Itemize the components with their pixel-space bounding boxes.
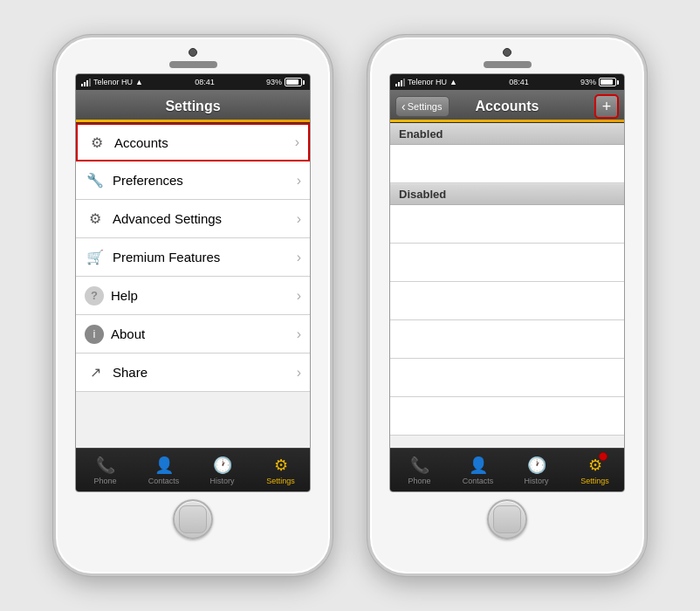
tab-settings-1[interactable]: ⚙ Settings [251,449,310,491]
menu-item-help[interactable]: ? Help › [76,277,310,315]
back-button-2[interactable]: Settings [395,96,450,117]
premium-chevron: › [297,250,301,265]
home-inner-1 [179,505,207,533]
status-right-1: 93% [266,78,305,86]
disabled-item-3 [390,282,624,320]
content-1: ⚙ Accounts › 🔧 Preferences › ⚙ Advanced … [76,123,310,448]
accounts-chevron: › [295,134,299,150]
tab-bar-1: 📞 Phone 👤 Contacts 🕐 History ⚙ Settings [76,448,310,491]
tab-bar-2: 📞 Phone 👤 Contacts 🕐 History ⚙ Settings [390,448,624,491]
disabled-item-5 [390,359,624,397]
contacts-tab-label-1: Contacts [148,477,180,485]
disabled-item-6 [390,397,624,436]
settings-tab-icon-1: ⚙ [274,456,288,475]
history-tab-icon-2: 🕐 [527,456,546,475]
menu-item-about[interactable]: i About › [76,315,310,354]
signal-bars-1 [81,79,91,86]
menu-item-share[interactable]: ↗ Share › [76,354,310,392]
history-tab-label-2: History [524,477,548,485]
phone-1: Telenor HU ▲ 08:41 93% Settings ⚙ A [53,35,333,576]
nav-title-2: Accounts [476,99,539,114]
menu-list-1: ⚙ Accounts › 🔧 Preferences › ⚙ Advanced … [76,123,310,392]
tab-history-1[interactable]: 🕐 History [193,449,251,491]
menu-item-advanced[interactable]: ⚙ Advanced Settings › [76,200,310,238]
help-chevron: › [297,288,301,304]
tab-contacts-1[interactable]: 👤 Contacts [134,449,193,491]
advanced-chevron: › [297,211,301,227]
help-icon: ? [85,286,104,306]
signal-bars-2 [395,79,405,86]
history-tab-label-1: History [209,477,234,485]
tab-contacts-2[interactable]: 👤 Contacts [449,449,507,491]
battery-pct-1: 93% [266,78,282,86]
history-tab-icon-1: 🕐 [213,456,232,475]
settings-badge-2 [599,452,607,461]
nav-bar-2: Settings Accounts + [390,90,624,123]
carrier-1: Telenor HU [93,78,133,86]
about-label: About [111,326,297,341]
contacts-tab-icon-2: 👤 [469,456,488,475]
settings-tab-label-2: Settings [580,477,609,485]
battery-pct-2: 93% [580,78,596,86]
accounts-list: Enabled Disabled [390,123,624,436]
contacts-tab-icon-1: 👤 [154,456,174,475]
settings-tab-label-1: Settings [266,477,295,485]
carrier-2: Telenor HU [408,78,447,86]
phone-top-2 [370,48,644,68]
phone-tab-icon-1: 📞 [96,456,115,475]
tab-history-2[interactable]: 🕐 History [507,449,566,491]
wifi-icon-1: ▲ [135,78,143,86]
camera-1 [189,48,197,57]
tab-settings-2[interactable]: ⚙ Settings [566,449,624,491]
phone-tab-icon-2: 📞 [410,456,429,475]
home-button-2[interactable] [487,499,527,539]
disabled-label: Disabled [399,188,446,201]
home-button-1[interactable] [173,499,213,539]
menu-item-preferences[interactable]: 🔧 Preferences › [76,161,310,200]
about-chevron: › [297,326,301,342]
advanced-icon: ⚙ [85,210,106,227]
tab-phone-2[interactable]: 📞 Phone [390,449,449,491]
menu-item-premium[interactable]: 🛒 Premium Features › [76,238,310,277]
accounts-icon: ⚙ [86,134,107,151]
nav-title-1: Settings [165,99,220,114]
speaker-2 [484,61,532,68]
accounts-label: Accounts [114,135,295,150]
phone-top-1 [56,48,330,68]
enabled-label: Enabled [399,127,443,141]
nav-accent-1 [76,120,310,122]
settings-tab-icon-wrapper-2: ⚙ [588,456,602,475]
about-icon: i [85,325,104,344]
disabled-item-1 [390,205,624,244]
help-label: Help [111,288,297,303]
home-inner-2 [493,505,521,533]
premium-icon: 🛒 [85,249,106,265]
status-left-2: Telenor HU ▲ [395,78,457,86]
screen-2: Telenor HU ▲ 08:41 93% Settings Accounts… [389,73,625,492]
contacts-tab-label-2: Contacts [463,477,494,485]
disabled-item-4 [390,320,624,359]
battery-2 [599,78,619,86]
tab-phone-1[interactable]: 📞 Phone [76,449,134,491]
time-2: 08:41 [509,78,529,86]
preferences-icon: 🔧 [85,172,106,189]
plus-label-2: + [602,99,612,114]
share-chevron: › [297,365,301,381]
nav-bar-1: Settings [76,90,310,123]
preferences-label: Preferences [113,173,297,188]
phone-tab-label-1: Phone [93,477,116,485]
screen-1: Telenor HU ▲ 08:41 93% Settings ⚙ A [75,73,311,492]
preferences-chevron: › [297,173,301,189]
advanced-label: Advanced Settings [113,211,297,226]
nav-accent-2 [390,120,624,122]
share-label: Share [113,365,297,380]
status-bar-1: Telenor HU ▲ 08:41 93% [76,74,310,90]
menu-item-accounts[interactable]: ⚙ Accounts › [76,123,310,161]
disabled-section-header: Disabled [390,183,624,205]
plus-button-2[interactable]: + [594,94,619,119]
time-1: 08:41 [195,78,215,86]
share-icon: ↗ [85,364,106,381]
battery-1 [285,78,305,86]
content-2: Enabled Disabled [390,123,624,448]
status-bar-2: Telenor HU ▲ 08:41 93% [390,74,624,90]
